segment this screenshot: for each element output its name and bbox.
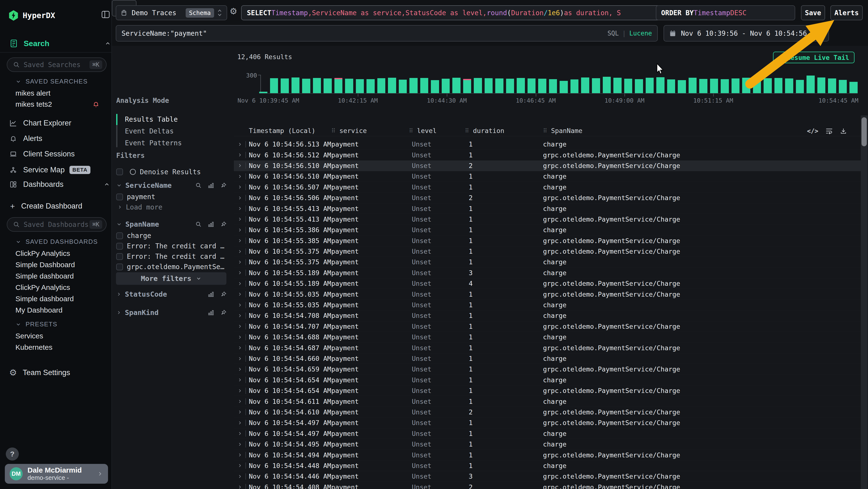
filter-section-header[interactable]: StatusCode (116, 288, 227, 300)
saved-searches-section[interactable]: SAVED SEARCHES (16, 78, 88, 85)
histogram-bar[interactable] (388, 78, 396, 93)
histogram-bar[interactable] (742, 78, 750, 93)
row-expand-icon[interactable] (237, 452, 249, 458)
mode-event-patterns[interactable]: Event Patterns (125, 138, 182, 148)
bar-chart-icon[interactable] (208, 310, 214, 316)
histogram-bar[interactable] (538, 79, 546, 93)
column-service[interactable]: service (331, 127, 409, 135)
denoise-results-row[interactable]: Denoise Results (116, 167, 201, 177)
sidebar-item-chart-explorer[interactable]: Chart Explorer (0, 118, 121, 128)
histogram-bar[interactable] (764, 78, 772, 93)
row-expand-icon[interactable] (237, 163, 249, 169)
row-expand-icon[interactable] (237, 281, 249, 287)
table-row[interactable]: Nov 6 10:54:54.446 AMpaymentUnset3grpc.o… (234, 471, 861, 482)
search-icon[interactable] (195, 182, 202, 189)
histogram-bar[interactable] (506, 79, 514, 93)
histogram-bar[interactable] (667, 79, 675, 93)
row-expand-icon[interactable] (237, 195, 249, 201)
row-expand-icon[interactable] (237, 205, 249, 212)
row-expand-icon[interactable] (237, 345, 249, 351)
filter-value-row[interactable]: payment (116, 192, 227, 202)
table-row[interactable]: Nov 6 10:54:54.660 AMpaymentUnset1charge (234, 353, 861, 364)
histogram-bar[interactable] (635, 79, 643, 93)
histogram-bar[interactable] (270, 78, 278, 93)
histogram-bar[interactable] (785, 79, 793, 93)
bar-chart-icon[interactable] (208, 182, 214, 189)
histogram-bar[interactable] (517, 78, 525, 93)
histogram-bar[interactable] (485, 78, 493, 93)
presets-section[interactable]: PRESETS (16, 320, 57, 328)
histogram-bar[interactable] (431, 80, 439, 93)
row-expand-icon[interactable] (237, 462, 249, 469)
table-row[interactable]: Nov 6 10:54:54.610 AMpaymentUnset2grpc.o… (234, 407, 861, 418)
column-timestamp[interactable]: Timestamp (Local) (249, 127, 331, 135)
histogram-bar[interactable] (807, 76, 815, 93)
table-row[interactable]: Nov 6 10:54:55.385 AMpaymentUnset1grpc.o… (234, 236, 861, 246)
filter-checkbox[interactable] (116, 194, 123, 200)
histogram-bar[interactable] (452, 78, 461, 93)
filter-value-row[interactable]: grpc.oteldemo.PaymentSe… (116, 262, 227, 272)
table-row[interactable]: Nov 6 10:54:55.386 AMpaymentUnset1charge (234, 225, 861, 235)
table-row[interactable]: Nov 6 10:54:54.611 AMpaymentUnset1charge (234, 396, 861, 407)
histogram-bar[interactable] (839, 80, 847, 93)
histogram-bar[interactable] (828, 79, 836, 93)
histogram-bar[interactable] (817, 78, 826, 93)
table-row[interactable]: Nov 6 10:54:55.375 AMpaymentUnset1grpc.o… (234, 246, 861, 257)
row-expand-icon[interactable] (237, 366, 249, 372)
more-filters-button[interactable]: More filters (116, 272, 226, 285)
denoise-checkbox[interactable] (116, 169, 123, 175)
row-expand-icon[interactable] (237, 216, 249, 222)
histogram-bar[interactable] (699, 79, 707, 93)
table-row[interactable]: Nov 6 10:54:55.413 AMpaymentUnset1charge (234, 203, 861, 214)
row-expand-icon[interactable] (237, 441, 249, 448)
histogram-bar[interactable] (323, 79, 332, 93)
table-row[interactable]: Nov 6 10:54:54.494 AMpaymentUnset1grpc.o… (234, 450, 861, 460)
pin-icon[interactable] (220, 182, 227, 189)
saved-dashboard-item[interactable]: ClickPy Analytics (16, 249, 107, 258)
table-row[interactable]: Nov 6 10:54:54.654 AMpaymentUnset1charge (234, 375, 861, 385)
table-row[interactable]: Nov 6 10:54:54.495 AMpaymentUnset1charge (234, 439, 861, 450)
table-row[interactable]: Nov 6 10:54:56.507 AMpaymentUnset1charge (234, 182, 861, 193)
table-row[interactable]: Nov 6 10:54:54.497 AMpaymentUnset1charge (234, 428, 861, 439)
source-select[interactable]: Demo Traces Schema (116, 5, 227, 20)
filter-section-header[interactable]: SpanKind (116, 306, 227, 319)
table-row[interactable]: Nov 6 10:54:55.413 AMpaymentUnset1grpc.o… (234, 214, 861, 225)
histogram-bar[interactable] (678, 80, 686, 93)
preset-item[interactable]: Kubernetes (16, 343, 107, 352)
resume-live-tail-button[interactable]: Resume Live Tail (773, 52, 855, 63)
histogram-bar[interactable] (442, 79, 450, 93)
sidebar-item-service-map[interactable]: Service Map BETA (0, 165, 121, 175)
help-button[interactable]: ? (6, 448, 19, 461)
schema-badge[interactable]: Schema (186, 8, 214, 18)
histogram-bar[interactable] (356, 79, 364, 93)
histogram-bar[interactable] (420, 78, 429, 93)
row-expand-icon[interactable] (237, 248, 249, 255)
row-expand-icon[interactable] (237, 430, 249, 437)
saved-dashboard-item[interactable]: ClickPy Analytics (16, 283, 107, 292)
filter-checkbox[interactable] (116, 253, 123, 260)
histogram-bar[interactable] (334, 78, 343, 93)
pin-icon[interactable] (220, 310, 227, 316)
histogram-bar[interactable] (345, 79, 353, 93)
histogram-bar[interactable] (281, 79, 289, 93)
table-row[interactable]: Nov 6 10:54:54.497 AMpaymentUnset1grpc.o… (234, 418, 861, 428)
mode-event-deltas[interactable]: Event Deltas (125, 126, 174, 136)
row-expand-icon[interactable] (237, 269, 249, 276)
chevron-up-icon[interactable] (105, 40, 111, 47)
histogram-bar[interactable] (291, 78, 300, 93)
table-row[interactable]: Nov 6 10:54:54.688 AMpaymentUnset1charge (234, 332, 861, 343)
histogram-bar[interactable] (732, 79, 740, 93)
row-expand-icon[interactable] (237, 259, 249, 265)
histogram-bar[interactable] (399, 80, 407, 93)
order-by-input[interactable]: ORDER BY Timestamp DESC (656, 5, 795, 20)
table-row[interactable]: Nov 6 10:54:54.708 AMpaymentUnset1charge (234, 310, 861, 321)
saved-dashboards-input[interactable]: Saved Dashboards ⌘K (7, 217, 106, 232)
scrollbar-thumb[interactable] (862, 117, 867, 146)
table-row[interactable]: Nov 6 10:54:55.189 AMpaymentUnset4grpc.o… (234, 278, 861, 289)
filter-section-header[interactable]: ServiceName (116, 179, 227, 192)
row-expand-icon[interactable] (237, 473, 249, 480)
saved-dashboard-item[interactable]: Simple dashboard (16, 271, 107, 281)
filter-checkbox[interactable] (116, 243, 123, 250)
filter-value-row[interactable]: Error: The credit card … (116, 251, 227, 262)
histogram-bar[interactable] (603, 77, 611, 93)
